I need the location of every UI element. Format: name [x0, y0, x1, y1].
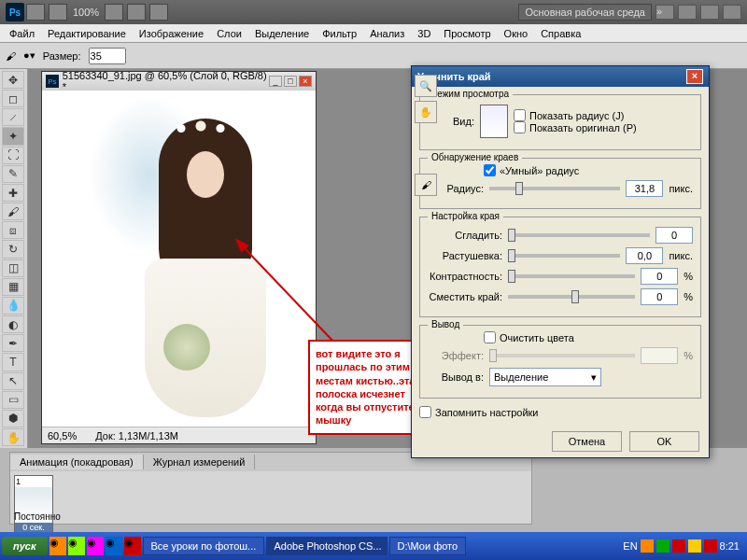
task-browser[interactable]: Все уроки по фотош... [143, 537, 264, 555]
size-input[interactable] [89, 48, 126, 64]
radius-input[interactable] [626, 180, 663, 197]
brush-preset-icon[interactable]: ●▾ [23, 49, 35, 62]
doc-maximize-button[interactable]: □ [284, 76, 297, 87]
doc-close-button[interactable]: × [299, 76, 312, 87]
ql-icon[interactable]: ◉ [106, 537, 122, 555]
view-thumbnail[interactable] [480, 105, 508, 138]
history-brush-icon[interactable]: ↻ [2, 240, 24, 258]
move-tool-icon[interactable]: ✥ [2, 71, 24, 89]
tray-icon[interactable] [704, 539, 717, 553]
task-explorer[interactable]: D:\Мои фото [389, 537, 467, 555]
tray-icon[interactable] [641, 539, 654, 553]
path-tool-icon[interactable]: ↖ [2, 372, 24, 390]
gradient-tool-icon[interactable]: ▦ [2, 278, 24, 296]
cancel-button[interactable]: Отмена [552, 431, 622, 452]
menu-edit[interactable]: Редактирование [42, 26, 132, 41]
loop-selector[interactable]: Постоянно [14, 511, 61, 522]
hand-nav-icon[interactable]: ✋ [415, 101, 437, 123]
contrast-input[interactable] [641, 268, 678, 285]
menu-help[interactable]: Справка [535, 26, 586, 41]
menu-analysis[interactable]: Анализ [364, 26, 410, 41]
ok-button[interactable]: OK [629, 431, 699, 452]
zoom-level[interactable]: 100% [73, 7, 99, 18]
marquee-tool-icon[interactable]: ◻ [2, 90, 24, 107]
show-radius-checkbox[interactable] [514, 109, 526, 121]
pen-tool-icon[interactable]: ✒ [2, 334, 24, 352]
quick-select-tool-icon[interactable]: ✦ [2, 127, 24, 145]
ql-icon[interactable]: ◉ [49, 537, 66, 555]
eyedropper-tool-icon[interactable]: ✎ [2, 165, 24, 183]
menu-3d[interactable]: 3D [412, 26, 436, 41]
tray-icon[interactable] [656, 539, 669, 553]
menu-select[interactable]: Выделение [249, 26, 315, 41]
3d-tool-icon[interactable]: ⬢ [2, 410, 24, 427]
animation-panel: Анимация (покадровая) Журнал измерений 1… [9, 452, 532, 525]
canvas[interactable] [42, 91, 316, 427]
brush-tool-icon[interactable]: 🖌 [2, 203, 24, 220]
minimize-button[interactable] [678, 5, 697, 20]
show-original-checkbox[interactable] [514, 121, 526, 133]
smooth-slider[interactable] [508, 233, 650, 237]
tab-animation[interactable]: Анимация (покадровая) [10, 455, 144, 469]
task-photoshop[interactable]: Adobe Photoshop CS... [266, 537, 388, 555]
smart-radius-checkbox[interactable] [484, 164, 496, 176]
shape-tool-icon[interactable]: ▭ [2, 391, 24, 409]
menu-view[interactable]: Просмотр [438, 26, 496, 41]
eraser-tool-icon[interactable]: ◫ [2, 259, 24, 277]
type-tool-icon[interactable]: T [2, 353, 24, 371]
right-panels[interactable] [710, 69, 747, 442]
brush-icon[interactable]: 🖌 [6, 50, 16, 62]
tab-measurement-log[interactable]: Журнал измерений [144, 455, 256, 469]
menu-bar: Файл Редактирование Изображение Слои Выд… [0, 24, 747, 43]
launch-bridge-icon[interactable] [26, 4, 45, 21]
hand-tool-icon[interactable]: ✋ [2, 428, 24, 446]
toolbox: ✥ ◻ ⟋ ✦ ⛶ ✎ ✚ 🖌 ⧇ ↻ ◫ ▦ 💧 ◐ ✒ T ↖ ▭ ⬢ ✋ [0, 69, 28, 448]
doc-minimize-button[interactable]: _ [269, 76, 282, 87]
tray-icon[interactable] [672, 539, 685, 553]
refine-brush-icon[interactable]: 🖌 [415, 174, 437, 196]
maximize-button[interactable] [700, 5, 719, 20]
doc-size: Док: 1,13M/1,13M [95, 430, 178, 441]
feather-slider[interactable] [508, 254, 620, 258]
remember-settings-checkbox[interactable] [419, 406, 431, 418]
lasso-tool-icon[interactable]: ⟋ [2, 108, 24, 126]
stamp-tool-icon[interactable]: ⧇ [2, 221, 24, 239]
start-button[interactable]: пуск [2, 537, 48, 555]
contrast-slider[interactable] [508, 274, 635, 278]
healing-tool-icon[interactable]: ✚ [2, 184, 24, 202]
screen-mode-icon[interactable] [149, 4, 168, 21]
zoom-tool-icon[interactable]: 🔍 [415, 75, 437, 97]
radius-slider[interactable] [489, 187, 620, 190]
arrange-icon[interactable] [127, 4, 146, 21]
clock[interactable]: 8:21 [720, 540, 740, 552]
output-to-select[interactable]: Выделение▾ [489, 368, 601, 386]
crop-tool-icon[interactable]: ⛶ [2, 147, 24, 164]
menu-filter[interactable]: Фильтр [317, 26, 362, 41]
dialog-close-button[interactable]: × [686, 69, 703, 84]
menu-image[interactable]: Изображение [134, 26, 209, 41]
tray-icon[interactable] [688, 539, 701, 553]
refine-edge-dialog: Уточнить край × Режим просмотра Вид: Пок… [411, 65, 710, 458]
decontaminate-checkbox[interactable] [484, 331, 496, 343]
launch-mb-icon[interactable] [49, 4, 67, 21]
close-button[interactable] [723, 5, 741, 20]
animation-frame[interactable]: 1 0 сек. [14, 475, 53, 533]
dodge-tool-icon[interactable]: ◐ [2, 315, 24, 333]
hand-tool-icon[interactable] [105, 4, 123, 21]
lang-indicator[interactable]: EN [623, 540, 637, 552]
shift-slider[interactable] [508, 295, 635, 299]
shift-input[interactable] [641, 288, 678, 305]
doc-zoom[interactable]: 60,5% [48, 430, 77, 441]
ql-icon[interactable]: ◉ [124, 537, 141, 555]
collapse-icon[interactable]: » [655, 5, 674, 20]
ql-icon[interactable]: ◉ [87, 537, 104, 555]
smooth-input[interactable] [655, 227, 693, 244]
view-mode-legend: Режим просмотра [428, 89, 513, 99]
workspace-switcher[interactable]: Основная рабочая среда [518, 4, 652, 21]
menu-layer[interactable]: Слои [211, 26, 247, 41]
menu-window[interactable]: Окно [499, 26, 534, 41]
blur-tool-icon[interactable]: 💧 [2, 297, 24, 315]
feather-input[interactable] [626, 247, 663, 264]
ql-icon[interactable]: ◉ [68, 537, 85, 555]
menu-file[interactable]: Файл [4, 26, 40, 41]
